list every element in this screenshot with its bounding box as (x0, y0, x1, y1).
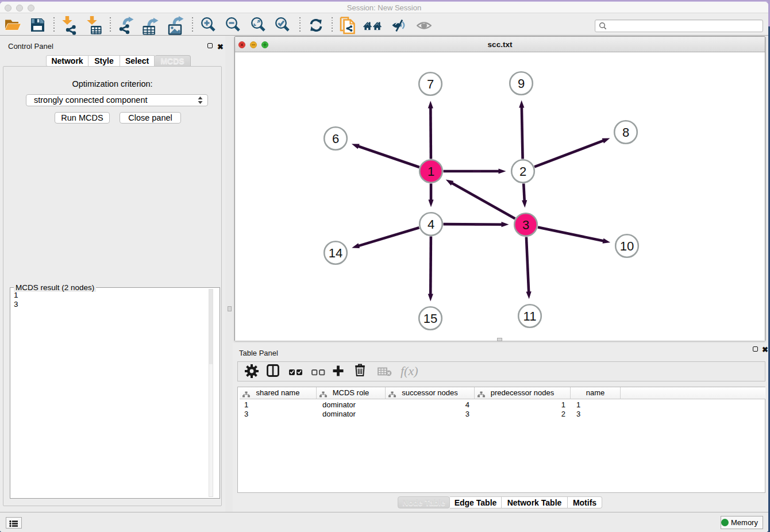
svg-text:7: 7 (427, 77, 434, 91)
svg-text:8: 8 (622, 125, 629, 140)
svg-text:9: 9 (518, 76, 525, 91)
svg-text:4: 4 (428, 217, 434, 232)
svg-text:11: 11 (523, 309, 537, 323)
svg-text:3: 3 (522, 218, 529, 232)
svg-text:6: 6 (332, 132, 339, 146)
svg-text:2: 2 (519, 164, 526, 179)
svg-text:1: 1 (428, 164, 434, 179)
svg-text:10: 10 (620, 239, 634, 253)
svg-text:15: 15 (424, 311, 437, 326)
svg-text:14: 14 (329, 246, 342, 260)
